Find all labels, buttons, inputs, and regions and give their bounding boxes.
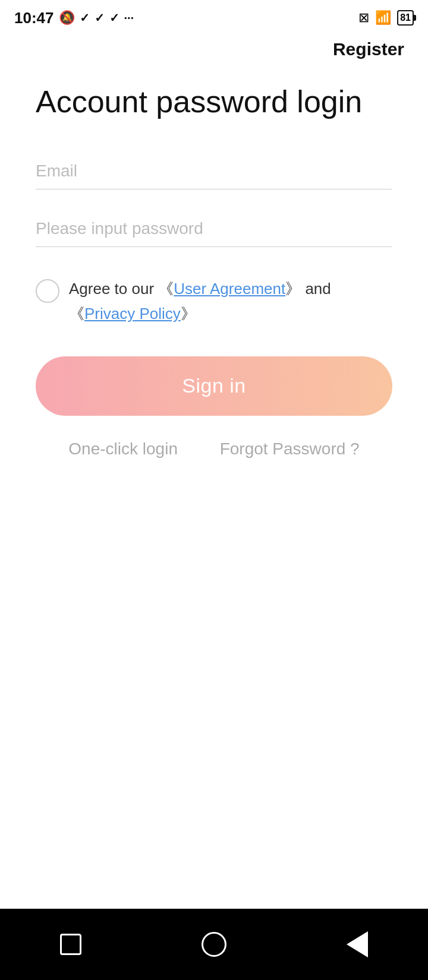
email-field-container [36,156,392,189]
agreement-middle: 》 and [285,280,331,298]
bottom-links: One-click login Forgot Password ? [36,440,392,459]
signin-button[interactable]: Sign in [36,356,392,416]
status-time: 10:47 🔕 ✓ ✓ ✓ ··· [14,9,134,27]
time-display: 10:47 [14,9,54,27]
agreement-row: Agree to our 《User Agreement》 and 《Priva… [36,277,392,326]
main-content: Account password login Agree to our 《Use… [0,59,428,909]
email-input[interactable] [36,156,392,189]
check-icon-2: ✓ [95,11,105,25]
page-header: Register [0,33,428,59]
status-icons: ⊠ 📶 81 [358,10,414,26]
recents-icon [60,934,81,955]
password-input[interactable] [36,213,392,247]
more-icon: ··· [124,11,134,25]
mute-icon: 🔕 [59,10,75,26]
status-bar: 10:47 🔕 ✓ ✓ ✓ ··· ⊠ 📶 81 [0,0,428,33]
nav-back-button[interactable] [347,931,368,957]
page-title: Account password login [36,83,392,120]
check-icon-1: ✓ [80,11,90,25]
nav-home-button[interactable] [202,932,226,957]
agreement-checkbox[interactable] [36,279,59,303]
register-button[interactable]: Register [333,39,404,59]
nav-recents-button[interactable] [60,934,81,955]
privacy-suffix: 》 [181,305,196,323]
home-icon [202,932,226,957]
agreement-prefix: Agree to our 《 [69,280,174,298]
wifi-icon: 📶 [375,10,391,26]
back-icon [347,931,368,957]
privacy-policy-link[interactable]: Privacy Policy [84,305,181,323]
android-nav-bar [0,909,428,980]
password-field-container [36,213,392,247]
one-click-login-button[interactable]: One-click login [68,440,178,459]
battery-indicator: 81 [397,10,414,26]
check-icon-3: ✓ [109,11,119,25]
forgot-password-button[interactable]: Forgot Password ? [220,440,360,459]
login-form: Agree to our 《User Agreement》 and 《Priva… [36,156,392,458]
agreement-text: Agree to our 《User Agreement》 and 《Priva… [69,277,331,326]
user-agreement-link[interactable]: User Agreement [174,280,285,298]
privacy-prefix: 《 [69,305,84,323]
sim-icon: ⊠ [358,10,369,26]
